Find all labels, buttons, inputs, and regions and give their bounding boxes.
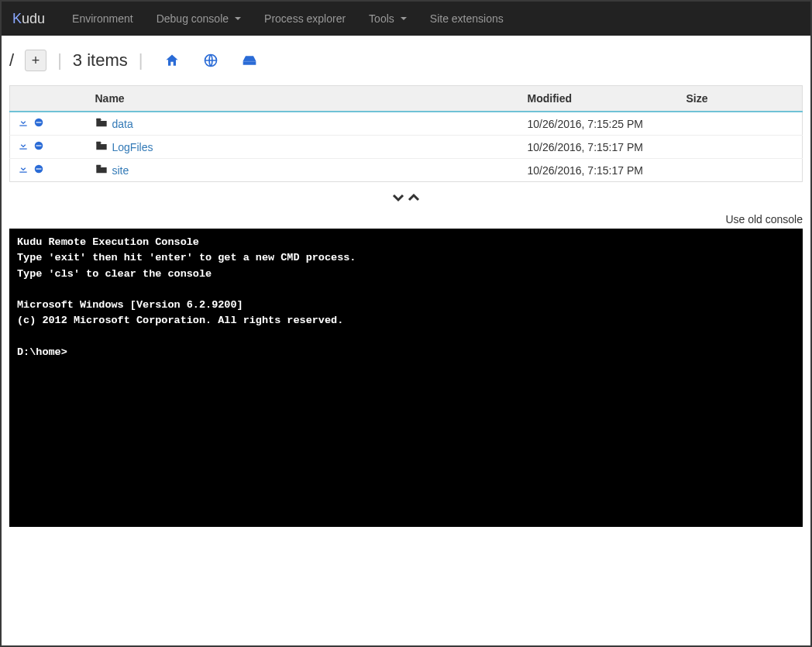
- nav-tools[interactable]: Tools: [357, 3, 418, 34]
- delete-icon[interactable]: [33, 117, 44, 130]
- folder-icon: [95, 164, 108, 177]
- modified-cell: 10/26/2016, 7:15:17 PM: [520, 136, 679, 159]
- console-line: Kudu Remote Execution Console: [17, 236, 199, 248]
- modified-cell: 10/26/2016, 7:15:17 PM: [520, 159, 679, 182]
- col-size[interactable]: Size: [679, 86, 803, 112]
- svg-rect-5: [36, 145, 42, 146]
- chevron-down-icon: [235, 17, 241, 20]
- add-button[interactable]: +: [25, 50, 46, 71]
- console-line: Microsoft Windows [Version 6.2.9200]: [17, 299, 243, 311]
- item-count: 3 items: [73, 50, 128, 71]
- svg-rect-7: [36, 168, 42, 169]
- delete-icon[interactable]: [33, 140, 44, 153]
- download-icon[interactable]: [18, 117, 29, 130]
- use-old-console-link[interactable]: Use old console: [2, 213, 810, 229]
- breadcrumb-root[interactable]: /: [9, 50, 14, 71]
- console-output[interactable]: Kudu Remote Execution Console Type 'exit…: [9, 229, 803, 527]
- nav-debug-console[interactable]: Debug console: [145, 3, 253, 34]
- folder-link[interactable]: LogFiles: [112, 141, 153, 153]
- nav-tools-label: Tools: [369, 12, 394, 25]
- download-icon[interactable]: [18, 140, 29, 153]
- separator: |: [139, 50, 143, 71]
- nav-site-extensions[interactable]: Site extensions: [418, 3, 515, 34]
- col-actions: [10, 86, 88, 112]
- table-row: LogFiles10/26/2016, 7:15:17 PM: [10, 136, 803, 159]
- console-prompt: D:\home>: [17, 346, 67, 358]
- splitter-handle[interactable]: [2, 182, 810, 213]
- size-cell: [679, 136, 803, 159]
- folder-icon: [95, 141, 108, 153]
- console-line: Type 'cls' to clear the console: [17, 268, 212, 280]
- nav-process-explorer[interactable]: Process explorer: [253, 3, 357, 34]
- chevron-down-icon: [401, 17, 407, 20]
- svg-rect-3: [36, 122, 42, 122]
- size-cell: [679, 159, 803, 182]
- size-cell: [679, 112, 803, 136]
- table-row: site10/26/2016, 7:15:17 PM: [10, 159, 803, 182]
- console-line: (c) 2012 Microsoft Corporation. All righ…: [17, 315, 343, 326]
- plus-icon: +: [32, 53, 40, 69]
- separator: |: [57, 50, 62, 71]
- file-table: Name Modified Size data10/26/2016, 7:15:…: [9, 85, 803, 182]
- nav-process-explorer-label: Process explorer: [264, 12, 346, 25]
- delete-icon[interactable]: [33, 163, 44, 177]
- disk-icon[interactable]: [240, 51, 259, 70]
- svg-rect-1: [243, 61, 256, 62]
- chevron-up-icon[interactable]: [408, 193, 420, 202]
- download-icon[interactable]: [18, 163, 29, 177]
- file-browser: Name Modified Size data10/26/2016, 7:15:…: [2, 85, 810, 182]
- nav-environment-label: Environment: [72, 12, 133, 25]
- folder-link[interactable]: data: [112, 118, 133, 130]
- path-toolbar: / + | 3 items |: [2, 36, 810, 85]
- col-name[interactable]: Name: [88, 86, 520, 112]
- nav-site-extensions-label: Site extensions: [430, 12, 504, 25]
- col-modified[interactable]: Modified: [520, 86, 679, 112]
- globe-icon[interactable]: [201, 51, 220, 70]
- chevron-down-icon[interactable]: [392, 193, 404, 202]
- console-line: Type 'exit' then hit 'enter' to get a ne…: [17, 252, 356, 263]
- table-row: data10/26/2016, 7:15:25 PM: [10, 112, 803, 136]
- modified-cell: 10/26/2016, 7:15:25 PM: [520, 112, 679, 136]
- brand-logo[interactable]: Kudu: [12, 11, 45, 27]
- nav-environment[interactable]: Environment: [60, 3, 145, 34]
- navbar: Kudu Environment Debug console Process e…: [2, 2, 810, 36]
- brand-rest: udu: [22, 11, 45, 27]
- folder-icon: [95, 118, 108, 130]
- nav-debug-console-label: Debug console: [157, 12, 229, 25]
- home-icon[interactable]: [163, 51, 181, 70]
- folder-link[interactable]: site: [112, 164, 129, 177]
- brand-first-letter: K: [12, 11, 22, 27]
